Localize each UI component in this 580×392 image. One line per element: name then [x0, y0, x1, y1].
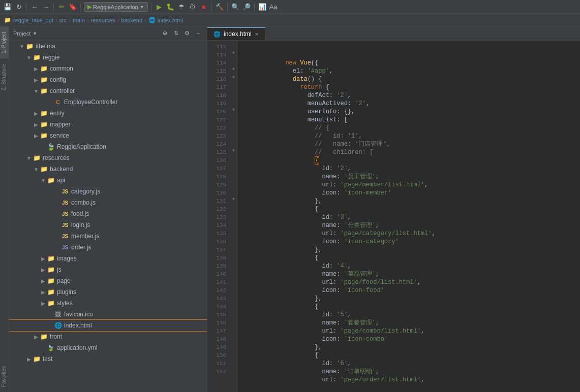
- code-line-113: new Vue({: [241, 51, 576, 59]
- tree-node-category[interactable]: JS category.js: [9, 186, 207, 197]
- sidebar-actions: ⊕ ⇅ ⚙ −: [160, 29, 203, 38]
- coverage-icon[interactable]: ☂: [177, 3, 186, 12]
- arrow-service: ▶: [33, 133, 40, 139]
- breadcrumb-sep-3: ›: [87, 17, 89, 23]
- analyze-icon[interactable]: Aa: [269, 3, 278, 12]
- tree-node-itheima[interactable]: ▼ 📁 itheima: [9, 41, 207, 52]
- ln-142: 142: [207, 286, 226, 295]
- tree-node-index-html[interactable]: 🌐 index.html: [9, 320, 207, 331]
- editor-tabs: 🌐 index.html ✕: [207, 26, 580, 41]
- ln-138: 138: [207, 254, 226, 262]
- label-config: config: [50, 76, 66, 83]
- sidebar-close-btn[interactable]: −: [194, 29, 203, 38]
- arrow-test: ▶: [25, 356, 33, 362]
- breadcrumb-file[interactable]: index.html: [158, 17, 183, 23]
- sidebar-title-arrow[interactable]: ▼: [33, 31, 37, 36]
- sidebar-title: Project ▼: [13, 30, 37, 37]
- app-selector-label: ReggieApplication: [93, 4, 138, 10]
- gutter-116[interactable]: ▼: [230, 73, 237, 81]
- save-icon[interactable]: 💾: [3, 3, 12, 12]
- gutter-112: [230, 41, 237, 49]
- breadcrumb-main[interactable]: main: [73, 17, 85, 23]
- breadcrumb-resources[interactable]: resources: [90, 17, 115, 23]
- tree-node-order[interactable]: JS order.js: [9, 242, 207, 253]
- tree-node-ReggieApplication[interactable]: 🍃 ReggieApplication: [9, 141, 207, 152]
- stop-icon[interactable]: ■: [199, 3, 208, 12]
- sidebar-collapse-btn[interactable]: ⇅: [171, 29, 180, 38]
- side-label-structure[interactable]: Z: Structure: [0, 58, 9, 95]
- annotate-icon[interactable]: ✏: [57, 3, 66, 12]
- ln-113: 113: [207, 51, 226, 59]
- tree-node-resources[interactable]: ▼ 📁 resources: [9, 152, 207, 164]
- tree-node-config[interactable]: ▶ 📁 config: [9, 74, 207, 85]
- tree-node-plugins[interactable]: ▶ 📁 plugins: [9, 286, 207, 298]
- gutter-120[interactable]: ▼: [230, 106, 237, 114]
- folder-icon-entity: 📁: [40, 109, 48, 117]
- sync-icon[interactable]: ↻: [14, 3, 23, 12]
- arrow-itheima: ▼: [18, 44, 25, 49]
- main-layout: 1: Project Z: Structure Favorites Projec…: [0, 26, 580, 392]
- arrow-styles: ▶: [40, 301, 47, 306]
- app-selector[interactable]: ▶ ReggieApplication ▼: [84, 2, 148, 12]
- forward-icon[interactable]: →: [41, 3, 50, 12]
- folder-icon-styles: 📁: [47, 299, 55, 307]
- tree-node-front[interactable]: ▶ 📁 front: [9, 331, 207, 342]
- gutter-125[interactable]: ▼: [230, 146, 237, 154]
- gutter-131[interactable]: ▼: [230, 195, 237, 203]
- build-icon[interactable]: 🔨: [215, 3, 224, 12]
- label-backend: backend: [50, 166, 73, 173]
- profile-icon[interactable]: ⏱: [188, 3, 197, 12]
- arrow-reggie: ▼: [25, 55, 33, 60]
- label-js: js: [57, 266, 62, 273]
- tree-node-reggie[interactable]: ▼ 📁 reggie: [9, 52, 207, 63]
- code-area[interactable]: new Vue({ el: '#app', data() { return {: [237, 41, 580, 392]
- search-results-icon[interactable]: 🔍: [231, 3, 240, 12]
- back-icon[interactable]: ←: [30, 3, 39, 12]
- ln-119: 119: [207, 100, 226, 108]
- html-icon-index: 🌐: [54, 321, 62, 330]
- gutter-123: [230, 130, 237, 138]
- tree-node-mapper[interactable]: ▶ 📁 mapper: [9, 119, 207, 130]
- debug-icon[interactable]: 🐛: [166, 3, 175, 12]
- folder-icon-itheima: 📁: [25, 42, 34, 50]
- editor-tab-html-icon: 🌐: [213, 31, 221, 38]
- ln-122: 122: [207, 124, 226, 132]
- editor-tab-close[interactable]: ✕: [255, 31, 259, 37]
- tree-node-styles[interactable]: ▶ 📁 styles: [9, 298, 207, 309]
- tree-node-common[interactable]: ▶ 📁 common: [9, 63, 207, 74]
- app-selector-arrow: ▼: [140, 5, 144, 10]
- sidebar-add-btn[interactable]: ⊕: [160, 29, 169, 38]
- profile2-icon[interactable]: 📊: [258, 3, 267, 12]
- tree-node-combo[interactable]: JS combo.js: [9, 197, 207, 208]
- side-label-favorites[interactable]: Favorites: [0, 361, 9, 392]
- side-label-project[interactable]: 1: Project: [0, 26, 9, 58]
- tree-node-member[interactable]: JS member.js: [9, 231, 207, 242]
- sidebar-settings-btn[interactable]: ⚙: [182, 29, 192, 38]
- tree-node-js[interactable]: ▶ 📁 js: [9, 264, 207, 275]
- breadcrumb-src[interactable]: src: [59, 17, 67, 23]
- tree-node-EmployeeController[interactable]: C EmployeeController: [9, 96, 207, 108]
- tree-node-page[interactable]: ▶ 📁 page: [9, 275, 207, 286]
- tree-node-favicon[interactable]: 🖼 favicon.ico: [9, 309, 207, 320]
- tree-node-images[interactable]: ▶ 📁 images: [9, 253, 207, 264]
- find-icon[interactable]: 🔎: [242, 3, 251, 12]
- gutter-113[interactable]: ▼: [230, 49, 237, 57]
- tree-node-api[interactable]: ▼ 📁 api: [9, 175, 207, 186]
- tree-node-test[interactable]: ▶ 📁 test: [9, 353, 207, 365]
- gutter-128: [230, 171, 237, 179]
- tree-node-login[interactable]: JS login.js: [9, 219, 207, 231]
- tree-node-controller[interactable]: ▼ 📁 controller: [9, 85, 207, 96]
- tree-node-service[interactable]: ▶ 📁 service: [9, 130, 207, 141]
- editor-tab-index[interactable]: 🌐 index.html ✕: [207, 27, 265, 40]
- gutter-115[interactable]: ▼: [230, 65, 237, 73]
- tree-node-entity[interactable]: ▶ 📁 entity: [9, 108, 207, 119]
- tree-node-food[interactable]: JS food.js: [9, 208, 207, 219]
- breadcrumb-backend[interactable]: backend: [121, 17, 142, 23]
- run-icon[interactable]: ▶: [155, 3, 164, 12]
- tree-node-backend[interactable]: ▼ 📁 backend: [9, 164, 207, 175]
- sidebar: Project ▼ ⊕ ⇅ ⚙ − ▼ 📁 itheima ▼: [9, 26, 207, 392]
- bookmark-icon[interactable]: 🔖: [68, 3, 77, 12]
- tree-node-appyml[interactable]: 🍃 application.yml: [9, 342, 207, 353]
- arrow-entity: ▶: [33, 111, 40, 116]
- breadcrumb-root[interactable]: reggie_take_out: [13, 17, 53, 23]
